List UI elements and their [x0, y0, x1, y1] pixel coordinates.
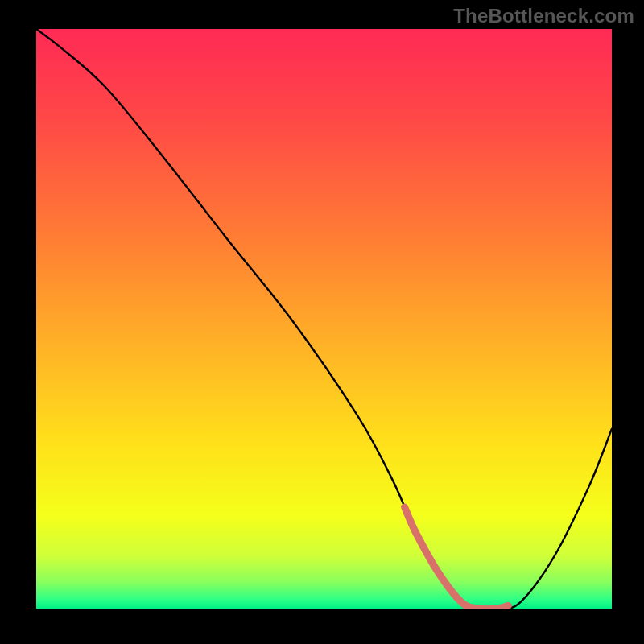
chart-stage: { "watermark": "TheBottleneck.com", "col…: [0, 0, 644, 644]
plot-background: [36, 29, 612, 609]
watermark-text: TheBottleneck.com: [453, 5, 634, 27]
bottleneck-chart: [0, 0, 644, 644]
